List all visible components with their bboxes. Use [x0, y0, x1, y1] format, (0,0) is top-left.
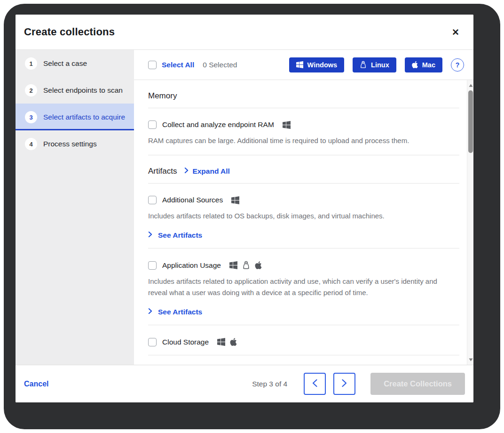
chevron-right-icon	[148, 308, 152, 316]
os-button-label: Mac	[422, 61, 435, 69]
step-indicator: Step 3 of 4	[252, 380, 287, 388]
sidebar-step-1[interactable]: 1Select a case	[16, 50, 134, 77]
chevron-right-icon	[184, 167, 189, 176]
see-artifacts-link[interactable]: See Artifacts	[148, 231, 202, 240]
modal-footer: Cancel Step 3 of 4 Create Collections	[16, 365, 473, 402]
sidebar-step-4[interactable]: 4Process settings	[16, 130, 134, 157]
artifact-label: Collect and analyze endpoint RAM	[162, 120, 274, 129]
step-label: Select endpoints to scan	[43, 84, 123, 96]
artifact-list-container: MemoryCollect and analyze endpoint RAMRA…	[134, 80, 473, 365]
os-filter-buttons: WindowsLinuxMac?	[289, 57, 464, 72]
apple-logo-icon	[412, 61, 418, 69]
artifact-label: Cloud Storage	[162, 338, 209, 346]
artifact-description: Includes artifacts related to OS backups…	[148, 210, 449, 222]
close-button[interactable]: ✕	[450, 26, 461, 39]
cancel-button[interactable]: Cancel	[24, 380, 48, 388]
windows-logo-icon	[229, 261, 237, 269]
windows-logo-icon	[283, 121, 291, 129]
chevron-left-icon	[312, 379, 318, 389]
chevron-right-icon	[148, 231, 152, 240]
artifact-item-row: Collect and analyze endpoint RAM	[148, 120, 453, 129]
divider	[148, 355, 459, 355]
artifact-label: Application Usage	[162, 261, 221, 270]
apple-logo-icon	[255, 261, 262, 270]
scroll-up-button[interactable]	[467, 81, 473, 89]
artifact-checkbox[interactable]	[148, 196, 157, 204]
scroll-thumb[interactable]	[468, 90, 473, 153]
windows-filter-button[interactable]: Windows	[289, 57, 345, 72]
next-step-button[interactable]	[333, 373, 355, 395]
artifact-checkbox[interactable]	[148, 261, 157, 270]
scrollbar[interactable]	[467, 80, 473, 365]
linux-logo-icon	[360, 61, 367, 69]
artifact-item: Collect and analyze endpoint RAMRAM capt…	[148, 108, 453, 155]
help-button[interactable]: ?	[451, 58, 464, 72]
supported-os-icons	[217, 337, 237, 346]
os-button-label: Windows	[307, 61, 338, 69]
step-number-badge: 4	[25, 138, 37, 150]
footer-controls: Step 3 of 4 Create Collections	[252, 373, 465, 395]
step-number-badge: 2	[25, 84, 37, 96]
mac-filter-button[interactable]: Mac	[405, 57, 442, 72]
os-button-label: Linux	[371, 61, 389, 69]
supported-os-icons	[283, 121, 291, 129]
main-panel: Select All 0 Selected WindowsLinuxMac? M…	[134, 50, 473, 365]
windows-logo-icon	[231, 196, 239, 204]
artifact-label: Additional Sources	[162, 196, 223, 204]
modal-body: 1Select a case2Select endpoints to scan3…	[16, 50, 473, 365]
expand-all-link[interactable]: Expand All	[184, 167, 230, 176]
modal-header: Create collections ✕	[16, 15, 473, 50]
artifact-description: Includes artifacts related to applicatio…	[148, 276, 449, 298]
question-mark-icon: ?	[456, 61, 460, 69]
step-label: Select artifacts to acquire	[43, 111, 125, 122]
artifact-item: Application UsageIncludes artifacts rela…	[148, 249, 453, 325]
section-header: Memory	[148, 80, 453, 108]
sidebar-step-3[interactable]: 3Select artifacts to acquire	[16, 104, 134, 130]
previous-step-button[interactable]	[304, 373, 326, 395]
step-label: Process settings	[43, 137, 97, 149]
step-number-badge: 3	[25, 111, 37, 123]
section-title: Memory	[148, 91, 177, 101]
modal-title: Create collections	[24, 26, 115, 38]
step-label: Select a case	[43, 57, 87, 69]
section-title: Artifacts	[148, 167, 177, 176]
apple-logo-icon	[230, 337, 237, 346]
chevron-right-icon	[341, 379, 347, 389]
wizard-steps-sidebar: 1Select a case2Select endpoints to scan3…	[16, 50, 134, 365]
step-number-badge: 1	[25, 57, 37, 70]
select-all-checkbox[interactable]	[148, 61, 157, 69]
linux-filter-button[interactable]: Linux	[353, 57, 396, 72]
sidebar-step-2[interactable]: 2Select endpoints to scan	[16, 77, 134, 104]
windows-logo-icon	[217, 338, 225, 346]
windows-logo-icon	[296, 61, 303, 68]
see-artifacts-link[interactable]: See Artifacts	[148, 308, 202, 316]
artifact-item-row: Additional Sources	[148, 196, 453, 204]
select-all-label[interactable]: Select All	[162, 61, 194, 69]
artifact-item-row: Cloud Storage	[148, 337, 453, 346]
supported-os-icons	[229, 261, 262, 270]
section-header: ArtifactsExpand All	[148, 155, 453, 183]
artifact-checkbox[interactable]	[148, 338, 157, 346]
linux-logo-icon	[242, 261, 250, 270]
selected-count: 0 Selected	[203, 61, 237, 69]
artifact-sections: MemoryCollect and analyze endpoint RAMRA…	[134, 80, 473, 365]
create-collections-button[interactable]: Create Collections	[370, 373, 465, 395]
artifact-description: RAM captures can be large. Additional ti…	[148, 135, 449, 146]
artifact-item-row: Application Usage	[148, 261, 453, 270]
artifact-checkbox[interactable]	[148, 120, 157, 129]
supported-os-icons	[231, 196, 239, 204]
create-collections-modal: Create collections ✕ 1Select a case2Sele…	[16, 15, 473, 402]
scroll-down-button[interactable]	[467, 356, 473, 363]
page-background: Create collections ✕ 1Select a case2Sele…	[0, 0, 504, 433]
artifact-item: Additional SourcesIncludes artifacts rel…	[148, 184, 453, 248]
artifact-item: Cloud Storage	[148, 325, 453, 355]
artifact-toolbar: Select All 0 Selected WindowsLinuxMac?	[134, 50, 473, 80]
